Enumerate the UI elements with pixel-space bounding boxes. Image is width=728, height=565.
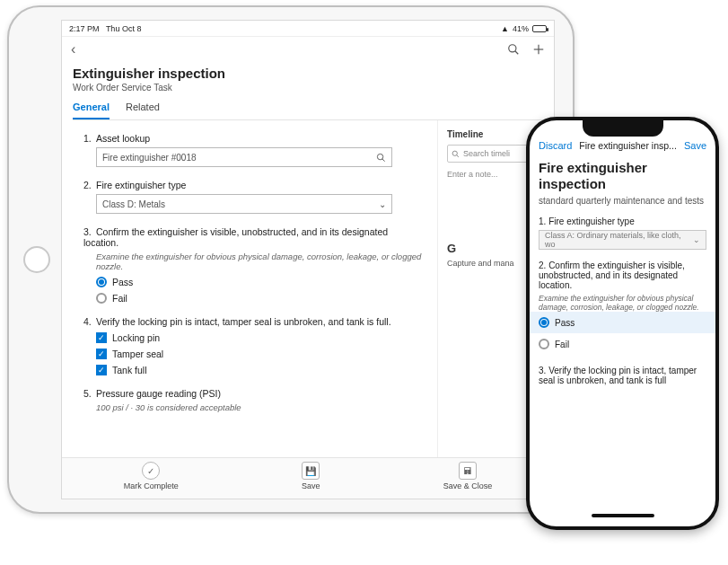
phone-field-verify: 3. Verify the locking pin is intact, tam… [539,366,706,385]
chevron-down-icon: ⌄ [379,199,386,209]
phone-title: Fire extinguisher insp... [572,140,684,151]
check-circle-icon: ✓ [142,462,160,480]
footer: ✓ Mark Complete 💾 Save 🖬 Save & Close [62,457,554,499]
phone-type-value: Class A: Ordinary materials, like cloth,… [545,231,693,249]
field-verify: 4.Verify the locking pin is intact, tamp… [83,316,423,375]
wifi-icon: ▲ [501,24,509,33]
phone-label-3: Verify the locking pin is intact, tamper… [539,366,697,385]
battery-pct: 41% [513,24,529,33]
tabs: General Related [73,102,543,120]
field-asset-lookup: 1.Asset lookup Fire extinguisher #0018 [83,133,423,167]
phone-field-type: 1. Fire extinguisher type Class A: Ordin… [539,216,706,250]
form: 1.Asset lookup Fire extinguisher #0018 2… [62,120,437,457]
page-subtitle: Work Order Service Task [73,83,543,93]
save-icon: 💾 [302,462,320,480]
radio-pass[interactable]: Pass [96,277,423,287]
label-2: Fire extinguisher type [96,180,186,190]
radio-fail[interactable]: Fail [96,293,423,304]
phone-topbar: Discard Fire extinguisher insp... Save [539,140,706,151]
battery-icon [532,25,547,32]
check-locking-pin[interactable]: ✓Locking pin [96,332,423,343]
ipad-screen: 2:17 PM Thu Oct 8 ▲ 41% ‹ Exti [61,20,555,499]
hint-5: 100 psi / · 30 is considered acceptable [96,402,423,412]
radio-label-fail: Fail [112,293,127,304]
search-icon[interactable] [507,43,520,56]
phone-home-indicator[interactable] [592,514,654,517]
check-icon: ✓ [96,332,107,343]
search-icon [452,150,460,158]
svg-point-0 [509,45,516,52]
phone-frame: Discard Fire extinguisher insp... Save F… [526,117,719,530]
radio-icon-fail [539,339,549,349]
status-time: 2:17 PM [69,24,100,33]
svg-point-4 [377,154,382,159]
phone-radio-pass[interactable]: Pass [530,312,715,333]
phone-label-1: Fire extinguisher type [548,216,635,226]
field-pressure: 5.Pressure gauge reading (PSI) 100 psi /… [83,388,423,412]
back-icon[interactable]: ‹ [71,41,75,57]
field-ext-type: 2.Fire extinguisher type Class D: Metals… [83,180,423,214]
mark-complete-button[interactable]: ✓ Mark Complete [124,462,179,490]
body: 1.Asset lookup Fire extinguisher #0018 2… [62,120,554,457]
svg-line-5 [382,158,385,161]
phone-hint-2: Examine the extinguisher for obvious phy… [539,294,706,312]
check-tamper-seal[interactable]: ✓Tamper seal [96,349,423,359]
phone-sub: standard quarterly maintenance and tests [539,196,706,206]
page-title: Extinguisher inspection [73,66,543,81]
phone-type-select[interactable]: Class A: Ordinary materials, like cloth,… [539,230,706,250]
lookup-icon[interactable] [376,153,386,163]
page-header: Extinguisher inspection Work Order Servi… [62,62,554,120]
chevron-down-icon: ⌄ [693,235,700,244]
status-date: Thu Oct 8 [106,24,142,33]
ipad-home-button[interactable] [23,246,50,273]
save-button[interactable]: 💾 Save [302,462,320,490]
save-close-icon: 🖬 [459,462,477,480]
timeline-search-placeholder: Search timeli [463,149,510,158]
phone-radio-fail[interactable]: Fail [539,333,706,355]
label-1: Asset lookup [96,133,150,144]
ext-type-select[interactable]: Class D: Metals ⌄ [96,194,392,214]
discard-button[interactable]: Discard [539,140,572,151]
svg-line-7 [457,154,459,156]
phone-screen: Discard Fire extinguisher insp... Save F… [530,120,715,526]
label-5: Pressure gauge reading (PSI) [96,388,221,399]
hint-3: Examine the extinguisher for obvious phy… [96,252,423,271]
phone-heading-l1: Fire extinguisher [539,160,706,176]
save-close-button[interactable]: 🖬 Save & Close [443,462,493,490]
radio-label-pass: Pass [112,277,133,287]
save-button[interactable]: Save [684,140,706,151]
check-icon: ✓ [96,365,107,375]
phone-field-confirm: 2. Confirm the extinguisher is visible, … [539,260,706,355]
phone-notch [583,120,663,137]
ipad-statusbar: 2:17 PM Thu Oct 8 ▲ 41% [62,21,554,37]
tab-related[interactable]: Related [126,102,160,119]
radio-icon-pass [96,277,107,287]
label-3: Confirm the extinguisher is visible, uno… [83,226,388,248]
ipad-frame: 2:17 PM Thu Oct 8 ▲ 41% ‹ Exti [7,5,575,514]
phone-heading-l2: inspection [539,176,706,192]
asset-lookup-value: Fire extinguisher #0018 [102,153,197,163]
radio-icon-fail [96,293,107,304]
field-confirm: 3.Confirm the extinguisher is visible, u… [83,226,423,304]
asset-lookup-input[interactable]: Fire extinguisher #0018 [96,147,392,167]
svg-line-1 [515,51,519,55]
phone-label-2: Confirm the extinguisher is visible, uno… [539,260,685,290]
check-tank-full[interactable]: ✓Tank full [96,365,423,375]
topbar: ‹ [62,37,554,62]
radio-icon-pass [539,317,549,328]
svg-point-6 [452,151,457,155]
label-4: Verify the locking pin is intact, tamper… [96,316,391,327]
tab-general[interactable]: General [73,102,110,119]
ext-type-value: Class D: Metals [102,199,165,209]
check-icon: ✓ [96,349,107,359]
add-icon[interactable] [532,43,545,56]
